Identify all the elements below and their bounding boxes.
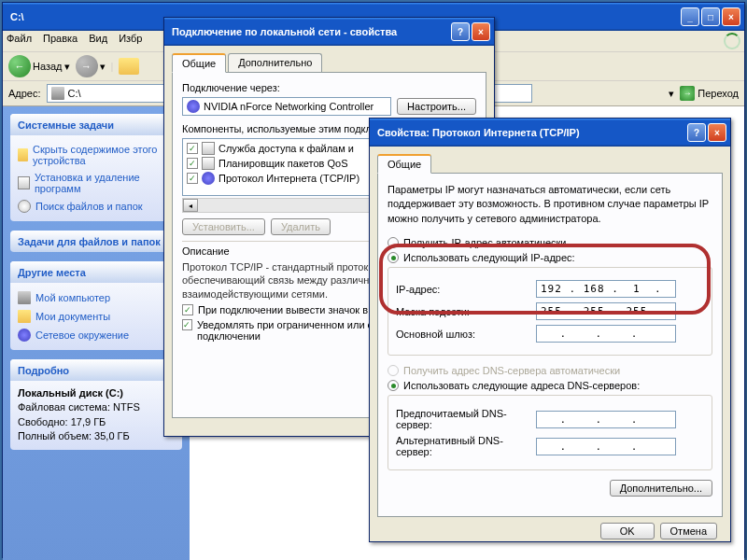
up-folder-icon[interactable] [119,58,139,75]
tcpip-properties-dialog: Свойства: Протокол Интернета (TCP/IP) ? … [369,118,731,542]
panel-file-tasks: Задачи для файлов и папок⌃ [10,231,182,252]
close-button[interactable]: × [708,123,726,142]
connect-via-label: Подключение через: [182,82,476,93]
close-button[interactable]: × [472,22,490,41]
details-total: Полный объем: 35,0 ГБ [18,430,130,441]
install-button[interactable]: Установить... [182,218,265,235]
go-button[interactable]: → Переход [680,86,739,101]
ip-label: IP-адрес: [396,284,536,295]
details-fs: Файловая система: NTFS [18,401,140,413]
info-text: Параметры IP могут назначаться автоматич… [388,183,712,226]
chevron-down-icon[interactable]: ▾ [669,88,674,100]
help-button[interactable]: ? [451,22,470,41]
checkbox-icon[interactable]: ✓ [187,158,198,169]
dlg1-titlebar: Подключение по локальной сети - свойства… [164,18,494,46]
radio-auto-ip[interactable]: Получить IP-адрес автоматически [388,237,712,248]
panel-other-places: Другие места⌃ Мой компьютер Мои документ… [10,261,182,350]
dns1-label: Предпочитаемый DNS-сервер: [396,408,536,430]
scroll-left-icon[interactable]: ◂ [183,199,198,212]
advanced-button[interactable]: Дополнительно... [610,480,712,497]
notify-checkbox[interactable]: ✓ [182,319,192,330]
checkbox-icon[interactable]: ✓ [187,173,198,184]
radio-use-dns[interactable]: Использовать следующие адреса DNS-сервер… [388,380,712,391]
address-label: Адрес: [8,88,41,99]
tab-general[interactable]: Общие [377,154,431,174]
panel-details: Подробно⌃ Локальный диск (C:) Файловая с… [10,359,182,450]
folder-icon [18,310,31,323]
details-free: Свободно: 17,9 ГБ [18,416,106,427]
panel-system-tasks: Системные задачи⌃ Скрыть содержимое этог… [10,114,182,221]
sidebar-item-hide[interactable]: Скрыть содержимое этого устройства [18,141,175,169]
sidebar-item-add-remove[interactable]: Установка и удаление программ [18,169,175,197]
go-label: Переход [698,88,739,99]
programs-icon [18,176,30,189]
computer-icon [18,291,31,304]
tabstrip: Общие Дополнительно [172,53,486,73]
adapter-name: NVIDIA nForce Networking Controller [182,97,391,116]
uninstall-button[interactable]: Удалить [271,218,331,235]
panel-header: Подробно [18,365,69,376]
preferred-dns-input[interactable] [536,411,676,428]
menu-view[interactable]: Вид [89,33,107,49]
radio-icon [388,237,399,248]
sidebar-item-search[interactable]: Поиск файлов и папок [18,197,175,216]
throbber-icon [724,33,740,49]
search-icon [18,200,31,213]
address-value: C:\ [68,88,81,99]
service-icon [202,157,215,170]
tabstrip: Общие [377,154,723,174]
folder-icon [18,148,28,161]
mask-label: Маска подсети: [396,306,536,317]
radio-icon [388,365,399,376]
forward-arrow-icon: → [76,55,98,77]
alternate-dns-input[interactable] [536,438,676,455]
back-arrow-icon: ← [8,55,31,77]
radio-icon [388,380,399,391]
tab-advanced[interactable]: Дополнительно [228,53,322,72]
dns-fieldset: Предпочитаемый DNS-сервер: Альтернативны… [388,395,712,470]
minimize-button[interactable]: _ [681,7,699,26]
menu-file[interactable]: Файл [7,33,32,49]
dns2-label: Альтернативный DNS-сервер: [396,435,536,457]
dlg2-title: Свойства: Протокол Интернета (TCP/IP) [377,127,687,138]
ip-address-input[interactable] [536,280,676,298]
help-button[interactable]: ? [687,123,706,142]
sidebar: Системные задачи⌃ Скрыть содержимое этог… [3,106,190,560]
panel-header: Задачи для файлов и папок [18,236,161,247]
forward-button[interactable]: → ▾ [76,55,106,77]
ok-button[interactable]: OK [600,523,655,539]
network-icon [18,329,31,342]
menu-edit[interactable]: Правка [43,33,78,49]
checkbox-icon[interactable]: ✓ [187,143,198,154]
cancel-button[interactable]: Отмена [660,523,717,539]
panel-header: Другие места [18,267,86,278]
gateway-input[interactable] [536,325,676,343]
radio-icon [388,252,399,263]
gateway-label: Основной шлюз: [396,329,536,340]
ip-fieldset: IP-адрес: Маска подсети: Основной шлюз: [388,267,712,356]
adapter-icon [187,100,200,113]
tab-general[interactable]: Общие [172,53,226,73]
configure-button[interactable]: Настроить... [397,98,476,115]
chevron-down-icon: ▾ [100,61,106,73]
maximize-button[interactable]: □ [701,7,720,26]
radio-auto-dns: Получить адрес DNS-сервера автоматически [388,365,712,376]
subnet-mask-input[interactable] [536,302,676,320]
back-button[interactable]: ← Назад ▾ [8,55,70,77]
dlg2-titlebar: Свойства: Протокол Интернета (TCP/IP) ? … [370,119,730,147]
close-button[interactable]: × [722,7,740,26]
menu-fav[interactable]: Избр [119,33,142,49]
dlg1-title: Подключение по локальной сети - свойства [172,26,451,37]
go-arrow-icon: → [680,86,695,101]
sidebar-item-documents[interactable]: Мои документы [18,307,175,326]
radio-use-ip[interactable]: Использовать следующий IP-адрес: [388,252,712,263]
sidebar-item-computer[interactable]: Мой компьютер [18,288,175,307]
details-title: Локальный диск (C:) [18,387,123,399]
service-icon [202,142,215,155]
back-label: Назад [33,61,63,72]
drive-icon [51,87,64,100]
show-icon-checkbox[interactable]: ✓ [182,304,193,315]
protocol-icon [202,172,215,185]
chevron-down-icon: ▾ [64,61,70,73]
sidebar-item-network[interactable]: Сетевое окружение [18,326,175,344]
